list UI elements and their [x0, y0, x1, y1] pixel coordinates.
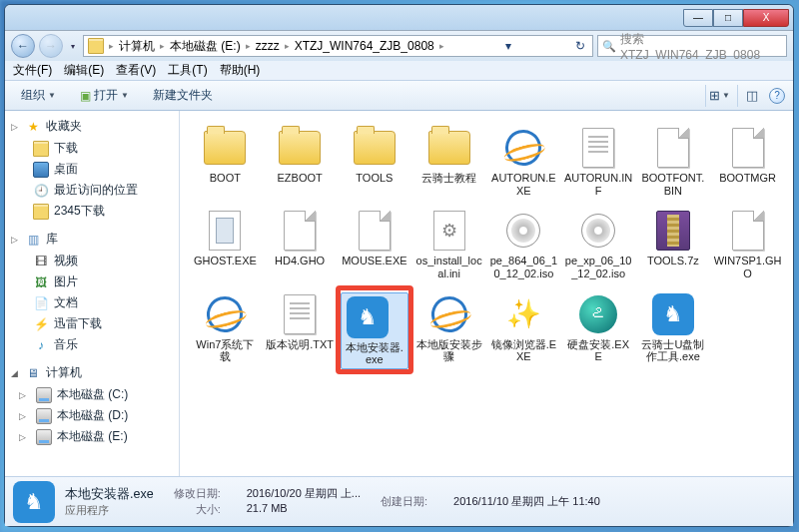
folder-icon: [33, 141, 49, 157]
file-item[interactable]: WIN7SP1.GHO: [710, 204, 785, 282]
file-item[interactable]: AUTORUN.INF: [561, 121, 636, 200]
folder-icon: [351, 126, 399, 170]
view-mode-button[interactable]: ⊞ ▼: [705, 85, 727, 107]
file-label: MOUSE.EXE: [342, 255, 406, 267]
open-button[interactable]: ▣ 打开 ▼: [72, 84, 137, 107]
file-label: HD4.GHO: [275, 255, 325, 267]
video-icon: 🎞: [33, 254, 49, 269]
file-item[interactable]: 本地版安装步骤: [411, 287, 486, 372]
maximize-button[interactable]: □: [713, 9, 743, 27]
minimize-button[interactable]: —: [683, 9, 713, 27]
file-item[interactable]: BOOTFONT.BIN: [636, 121, 711, 200]
file-item[interactable]: TOOLS.7z: [636, 204, 711, 282]
details-created-label: 创建日期:: [381, 494, 431, 509]
details-modified-label: 修改日期:: [174, 486, 225, 501]
tree-desktop[interactable]: 桌面: [5, 159, 179, 180]
file-label: 本地安装器.exe: [344, 341, 406, 366]
preview-pane-button[interactable]: ◫: [737, 85, 759, 107]
tree-computer[interactable]: ◢🖥计算机: [5, 361, 179, 384]
disk-icon: [36, 387, 52, 403]
tree-favorites[interactable]: ▷★收藏夹: [5, 115, 179, 138]
help-button[interactable]: ?: [769, 88, 785, 104]
star-icon: ★: [25, 119, 41, 135]
tree-music[interactable]: ♪音乐: [5, 334, 179, 355]
details-name: 本地安装器.exe: [65, 486, 154, 503]
file-label: TOOLS.7z: [647, 255, 699, 267]
file-label: TOOLS: [356, 172, 393, 185]
breadcrumb-segment[interactable]: zzzz: [254, 39, 282, 53]
breadcrumb-bar[interactable]: ▸ 计算机▸ 本地磁盘 (E:)▸ zzzz▸ XTZJ_WIN764_ZJB_…: [83, 35, 593, 57]
file-item[interactable]: 版本说明.TXT: [263, 287, 338, 372]
back-button[interactable]: ←: [11, 34, 35, 58]
file-item[interactable]: pe_xp_06_10_12_02.iso: [561, 204, 636, 282]
breadcrumb-segment[interactable]: XTZJ_WIN764_ZJB_0808: [293, 39, 436, 53]
iso-icon: [574, 209, 622, 253]
file-item[interactable]: HD4.GHO: [263, 204, 338, 282]
details-size-label: 大小:: [174, 502, 225, 517]
ini-icon: [425, 209, 473, 253]
refresh-dropdown[interactable]: ▾: [500, 39, 516, 53]
tree-recent[interactable]: 🕘最近访问的位置: [5, 180, 179, 201]
file-item[interactable]: ♞云骑士U盘制作工具.exe: [636, 287, 711, 372]
file-list[interactable]: BOOTEZBOOTTOOLS云骑士教程AUTORUN.EXEAUTORUN.I…: [180, 111, 793, 476]
newfolder-button[interactable]: 新建文件夹: [145, 84, 221, 107]
file-item[interactable]: ♞本地安装器.exe: [338, 287, 412, 372]
file-item[interactable]: os_install_local.ini: [411, 204, 486, 282]
search-input[interactable]: 🔍 搜索 XTZJ_WIN764_ZJB_0808: [597, 35, 787, 57]
breadcrumb-segment[interactable]: 计算机: [117, 38, 157, 55]
breadcrumb-segment[interactable]: 本地磁盘 (E:): [168, 38, 243, 55]
library-icon: ▥: [25, 232, 41, 248]
file-item[interactable]: TOOLS: [338, 121, 412, 200]
document-icon: 📄: [33, 295, 49, 311]
tree-2345[interactable]: 2345下载: [5, 201, 179, 222]
horse-icon: ♞: [344, 295, 392, 339]
tree-pictures[interactable]: 🖼图片: [5, 271, 179, 292]
file-label: pe_xp_06_10_12_02.iso: [564, 255, 633, 279]
refresh-button[interactable]: ↻: [570, 39, 590, 53]
blank-icon: [724, 209, 772, 253]
tree-documents[interactable]: 📄文档: [5, 292, 179, 313]
file-label: 云骑士U盘制作工具.exe: [639, 338, 708, 363]
wand-icon: ✨: [499, 292, 547, 336]
gho-icon: [201, 209, 249, 253]
search-placeholder: 搜索 XTZJ_WIN764_ZJB_0808: [620, 31, 782, 62]
file-item[interactable]: pe_864_06_10_12_02.iso: [486, 204, 561, 282]
file-item[interactable]: ೭硬盘安装.EXE: [561, 287, 636, 372]
organize-button[interactable]: 组织 ▼: [13, 84, 64, 107]
file-item[interactable]: MOUSE.EXE: [338, 204, 412, 282]
folder-icon: [33, 204, 49, 220]
file-label: 本地版安装步骤: [414, 338, 483, 363]
menu-tools[interactable]: 工具(T): [168, 62, 207, 79]
menu-file[interactable]: 文件(F): [13, 62, 52, 79]
folder-icon: [276, 126, 324, 170]
tree-libraries[interactable]: ▷▥库: [5, 228, 179, 251]
file-label: BOOT: [210, 172, 241, 185]
file-label: 硬盘安装.EXE: [564, 338, 633, 363]
tree-downloads[interactable]: 下载: [5, 138, 179, 159]
menu-view[interactable]: 查看(V): [116, 62, 156, 79]
file-item[interactable]: BOOTMGR: [710, 121, 785, 200]
tree-disk-c[interactable]: ▷本地磁盘 (C:): [5, 384, 179, 405]
forward-button[interactable]: →: [39, 34, 63, 58]
file-item[interactable]: ✨镜像浏览器.EXE: [486, 287, 561, 372]
close-button[interactable]: X: [743, 9, 789, 27]
tree-disk-d[interactable]: ▷本地磁盘 (D:): [5, 405, 179, 426]
file-item[interactable]: BOOT: [188, 121, 263, 200]
history-dropdown[interactable]: ▾: [67, 35, 79, 57]
menu-help[interactable]: 帮助(H): [220, 62, 261, 79]
file-item[interactable]: EZBOOT: [263, 121, 338, 200]
file-item[interactable]: Win7系统下载: [188, 287, 263, 372]
tree-disk-e[interactable]: ▷本地磁盘 (E:): [5, 426, 179, 447]
folder-icon: [88, 38, 104, 54]
file-item[interactable]: 云骑士教程: [411, 121, 486, 200]
file-item[interactable]: GHOST.EXE: [188, 204, 263, 282]
swirl-icon: ೭: [574, 292, 622, 336]
tree-thunder[interactable]: ⚡迅雷下载: [5, 313, 179, 334]
details-size-value: 21.7 MB: [247, 502, 361, 517]
titlebar[interactable]: — □ X: [5, 5, 793, 31]
file-label: EZBOOT: [278, 172, 323, 185]
file-item[interactable]: AUTORUN.EXE: [486, 121, 561, 200]
menu-edit[interactable]: 编辑(E): [64, 62, 104, 79]
navigation-pane[interactable]: ▷★收藏夹 下载 桌面 🕘最近访问的位置 2345下载 ▷▥库 🎞视频 🖼图片 …: [5, 111, 180, 476]
tree-video[interactable]: 🎞视频: [5, 251, 179, 271]
